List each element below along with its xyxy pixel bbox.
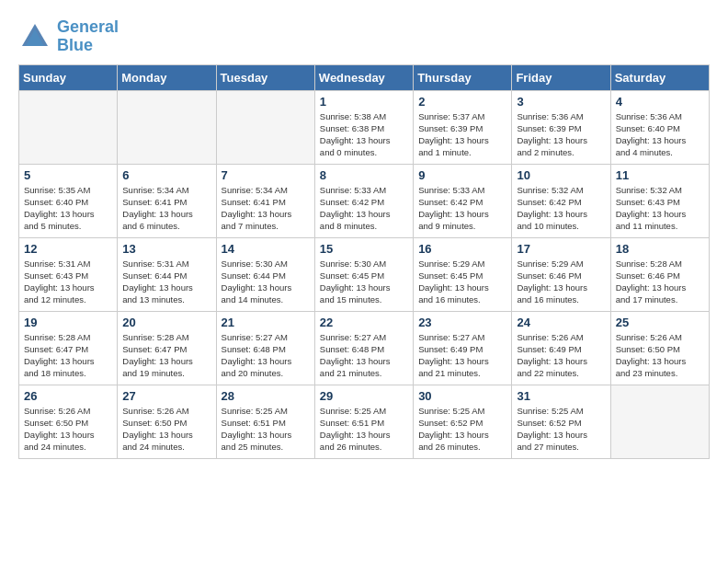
calendar-cell: 17Sunrise: 5:29 AM Sunset: 6:46 PM Dayli… xyxy=(512,237,610,311)
week-row-5: 26Sunrise: 5:26 AM Sunset: 6:50 PM Dayli… xyxy=(19,385,710,458)
day-number: 4 xyxy=(616,95,704,109)
calendar-cell: 11Sunrise: 5:32 AM Sunset: 6:43 PM Dayli… xyxy=(610,164,709,237)
day-number: 9 xyxy=(418,168,506,182)
day-info: Sunrise: 5:36 AM Sunset: 6:40 PM Dayligh… xyxy=(616,110,704,159)
calendar-table: SundayMondayTuesdayWednesdayThursdayFrid… xyxy=(18,64,710,459)
logo-text: General Blue xyxy=(57,18,119,55)
day-info: Sunrise: 5:25 AM Sunset: 6:52 PM Dayligh… xyxy=(517,405,605,454)
day-number: 14 xyxy=(222,242,310,256)
day-number: 18 xyxy=(616,242,704,256)
day-number: 26 xyxy=(24,389,112,403)
day-info: Sunrise: 5:32 AM Sunset: 6:43 PM Dayligh… xyxy=(616,184,704,233)
day-info: Sunrise: 5:26 AM Sunset: 6:50 PM Dayligh… xyxy=(122,405,210,454)
calendar-cell: 22Sunrise: 5:27 AM Sunset: 6:48 PM Dayli… xyxy=(314,311,413,385)
calendar-cell: 6Sunrise: 5:34 AM Sunset: 6:41 PM Daylig… xyxy=(118,164,216,237)
day-info: Sunrise: 5:34 AM Sunset: 6:41 PM Dayligh… xyxy=(222,184,310,233)
calendar-cell: 28Sunrise: 5:25 AM Sunset: 6:51 PM Dayli… xyxy=(216,385,314,458)
calendar-cell: 26Sunrise: 5:26 AM Sunset: 6:50 PM Dayli… xyxy=(19,385,118,458)
day-number: 27 xyxy=(122,389,210,403)
week-row-1: 1Sunrise: 5:38 AM Sunset: 6:38 PM Daylig… xyxy=(19,90,710,164)
calendar-cell: 29Sunrise: 5:25 AM Sunset: 6:51 PM Dayli… xyxy=(314,385,413,458)
day-number: 22 xyxy=(320,316,408,329)
calendar-cell: 21Sunrise: 5:27 AM Sunset: 6:48 PM Dayli… xyxy=(216,311,314,385)
calendar-cell xyxy=(610,385,709,458)
calendar-cell: 30Sunrise: 5:25 AM Sunset: 6:52 PM Dayli… xyxy=(414,385,512,458)
week-row-2: 5Sunrise: 5:35 AM Sunset: 6:40 PM Daylig… xyxy=(19,164,710,237)
calendar-cell: 16Sunrise: 5:29 AM Sunset: 6:45 PM Dayli… xyxy=(414,237,512,311)
weekday-tuesday: Tuesday xyxy=(216,64,314,90)
day-info: Sunrise: 5:25 AM Sunset: 6:51 PM Dayligh… xyxy=(222,405,310,454)
day-number: 30 xyxy=(418,389,506,403)
day-number: 19 xyxy=(24,316,112,329)
day-info: Sunrise: 5:33 AM Sunset: 6:42 PM Dayligh… xyxy=(418,184,506,233)
day-number: 29 xyxy=(320,389,408,403)
calendar-cell: 5Sunrise: 5:35 AM Sunset: 6:40 PM Daylig… xyxy=(19,164,118,237)
calendar-cell xyxy=(216,90,314,164)
day-number: 21 xyxy=(222,316,310,329)
day-info: Sunrise: 5:28 AM Sunset: 6:46 PM Dayligh… xyxy=(616,258,704,306)
calendar-cell: 10Sunrise: 5:32 AM Sunset: 6:42 PM Dayli… xyxy=(512,164,610,237)
calendar-cell: 8Sunrise: 5:33 AM Sunset: 6:42 PM Daylig… xyxy=(314,164,413,237)
day-number: 25 xyxy=(616,316,704,329)
calendar-cell: 3Sunrise: 5:36 AM Sunset: 6:39 PM Daylig… xyxy=(512,90,610,164)
calendar-cell: 24Sunrise: 5:26 AM Sunset: 6:49 PM Dayli… xyxy=(512,311,610,385)
day-number: 10 xyxy=(517,168,605,182)
day-number: 3 xyxy=(517,95,605,109)
weekday-wednesday: Wednesday xyxy=(314,64,413,90)
day-info: Sunrise: 5:35 AM Sunset: 6:40 PM Dayligh… xyxy=(24,184,112,233)
day-number: 20 xyxy=(122,316,210,329)
calendar-cell: 15Sunrise: 5:30 AM Sunset: 6:45 PM Dayli… xyxy=(314,237,413,311)
calendar-cell: 20Sunrise: 5:28 AM Sunset: 6:47 PM Dayli… xyxy=(118,311,216,385)
day-info: Sunrise: 5:38 AM Sunset: 6:38 PM Dayligh… xyxy=(320,110,408,159)
day-number: 12 xyxy=(24,242,112,256)
day-info: Sunrise: 5:27 AM Sunset: 6:49 PM Dayligh… xyxy=(418,331,506,380)
day-number: 5 xyxy=(24,168,112,182)
day-info: Sunrise: 5:26 AM Sunset: 6:49 PM Dayligh… xyxy=(517,331,605,380)
day-number: 13 xyxy=(122,242,210,256)
calendar-cell xyxy=(19,90,118,164)
calendar-cell: 2Sunrise: 5:37 AM Sunset: 6:39 PM Daylig… xyxy=(414,90,512,164)
day-number: 11 xyxy=(616,168,704,182)
day-info: Sunrise: 5:28 AM Sunset: 6:47 PM Dayligh… xyxy=(24,331,112,380)
day-info: Sunrise: 5:31 AM Sunset: 6:44 PM Dayligh… xyxy=(122,258,210,306)
day-info: Sunrise: 5:33 AM Sunset: 6:42 PM Dayligh… xyxy=(320,184,408,233)
day-info: Sunrise: 5:29 AM Sunset: 6:45 PM Dayligh… xyxy=(418,258,506,306)
calendar-cell: 14Sunrise: 5:30 AM Sunset: 6:44 PM Dayli… xyxy=(216,237,314,311)
day-number: 28 xyxy=(222,389,310,403)
day-info: Sunrise: 5:34 AM Sunset: 6:41 PM Dayligh… xyxy=(122,184,210,233)
calendar-cell: 27Sunrise: 5:26 AM Sunset: 6:50 PM Dayli… xyxy=(118,385,216,458)
calendar-cell xyxy=(118,90,216,164)
calendar-body: 1Sunrise: 5:38 AM Sunset: 6:38 PM Daylig… xyxy=(19,90,710,458)
page-header: General Blue xyxy=(18,18,710,55)
day-info: Sunrise: 5:25 AM Sunset: 6:52 PM Dayligh… xyxy=(418,405,506,454)
logo: General Blue xyxy=(18,18,119,55)
day-info: Sunrise: 5:28 AM Sunset: 6:47 PM Dayligh… xyxy=(122,331,210,380)
calendar-cell: 13Sunrise: 5:31 AM Sunset: 6:44 PM Dayli… xyxy=(118,237,216,311)
day-info: Sunrise: 5:31 AM Sunset: 6:43 PM Dayligh… xyxy=(24,258,112,306)
calendar-cell: 23Sunrise: 5:27 AM Sunset: 6:49 PM Dayli… xyxy=(414,311,512,385)
weekday-header-row: SundayMondayTuesdayWednesdayThursdayFrid… xyxy=(19,64,710,90)
day-number: 2 xyxy=(418,95,506,109)
calendar-cell: 1Sunrise: 5:38 AM Sunset: 6:38 PM Daylig… xyxy=(314,90,413,164)
day-number: 6 xyxy=(122,168,210,182)
day-number: 15 xyxy=(320,242,408,256)
calendar-cell: 18Sunrise: 5:28 AM Sunset: 6:46 PM Dayli… xyxy=(610,237,709,311)
calendar-cell: 25Sunrise: 5:26 AM Sunset: 6:50 PM Dayli… xyxy=(610,311,709,385)
day-info: Sunrise: 5:30 AM Sunset: 6:44 PM Dayligh… xyxy=(222,258,310,306)
day-info: Sunrise: 5:36 AM Sunset: 6:39 PM Dayligh… xyxy=(517,110,605,159)
day-info: Sunrise: 5:37 AM Sunset: 6:39 PM Dayligh… xyxy=(418,110,506,159)
day-info: Sunrise: 5:32 AM Sunset: 6:42 PM Dayligh… xyxy=(517,184,605,233)
week-row-4: 19Sunrise: 5:28 AM Sunset: 6:47 PM Dayli… xyxy=(19,311,710,385)
calendar-cell: 9Sunrise: 5:33 AM Sunset: 6:42 PM Daylig… xyxy=(414,164,512,237)
calendar-cell: 12Sunrise: 5:31 AM Sunset: 6:43 PM Dayli… xyxy=(19,237,118,311)
day-number: 16 xyxy=(418,242,506,256)
weekday-saturday: Saturday xyxy=(610,64,709,90)
day-number: 8 xyxy=(320,168,408,182)
day-number: 24 xyxy=(517,316,605,329)
week-row-3: 12Sunrise: 5:31 AM Sunset: 6:43 PM Dayli… xyxy=(19,237,710,311)
day-number: 1 xyxy=(320,95,408,109)
logo-icon xyxy=(18,20,51,53)
day-info: Sunrise: 5:26 AM Sunset: 6:50 PM Dayligh… xyxy=(616,331,704,380)
day-number: 23 xyxy=(418,316,506,329)
weekday-sunday: Sunday xyxy=(19,64,118,90)
